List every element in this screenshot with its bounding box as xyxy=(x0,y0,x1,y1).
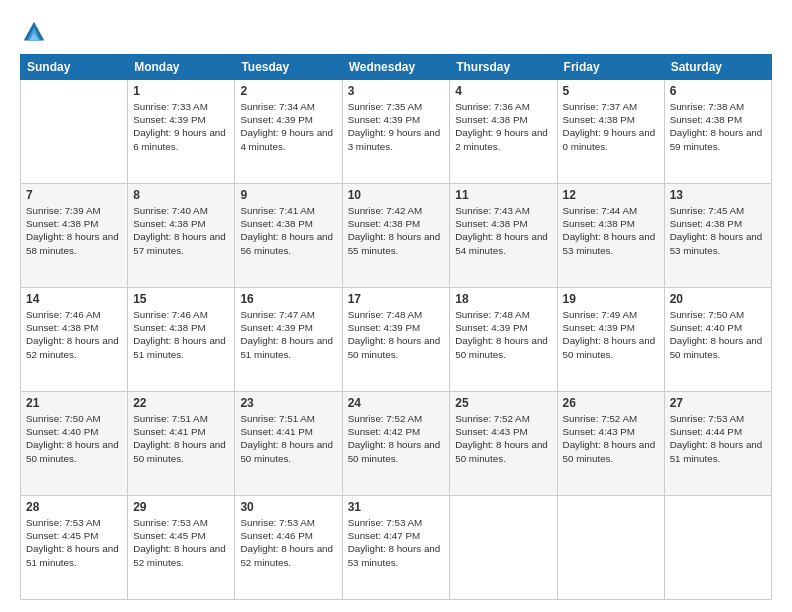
col-wednesday: Wednesday xyxy=(342,55,450,80)
calendar-cell: 17Sunrise: 7:48 AM Sunset: 4:39 PM Dayli… xyxy=(342,288,450,392)
day-number: 12 xyxy=(563,188,659,202)
col-tuesday: Tuesday xyxy=(235,55,342,80)
calendar-cell: 10Sunrise: 7:42 AM Sunset: 4:38 PM Dayli… xyxy=(342,184,450,288)
day-number: 24 xyxy=(348,396,445,410)
day-info: Sunrise: 7:46 AM Sunset: 4:38 PM Dayligh… xyxy=(26,308,122,361)
day-number: 16 xyxy=(240,292,336,306)
day-info: Sunrise: 7:34 AM Sunset: 4:39 PM Dayligh… xyxy=(240,100,336,153)
week-row-1: 7Sunrise: 7:39 AM Sunset: 4:38 PM Daylig… xyxy=(21,184,772,288)
day-info: Sunrise: 7:42 AM Sunset: 4:38 PM Dayligh… xyxy=(348,204,445,257)
day-number: 1 xyxy=(133,84,229,98)
day-info: Sunrise: 7:45 AM Sunset: 4:38 PM Dayligh… xyxy=(670,204,766,257)
calendar-cell: 19Sunrise: 7:49 AM Sunset: 4:39 PM Dayli… xyxy=(557,288,664,392)
day-number: 25 xyxy=(455,396,551,410)
calendar-cell: 31Sunrise: 7:53 AM Sunset: 4:47 PM Dayli… xyxy=(342,496,450,600)
day-number: 13 xyxy=(670,188,766,202)
logo-icon xyxy=(20,18,48,46)
calendar-cell: 14Sunrise: 7:46 AM Sunset: 4:38 PM Dayli… xyxy=(21,288,128,392)
week-row-2: 14Sunrise: 7:46 AM Sunset: 4:38 PM Dayli… xyxy=(21,288,772,392)
day-info: Sunrise: 7:46 AM Sunset: 4:38 PM Dayligh… xyxy=(133,308,229,361)
calendar-cell: 15Sunrise: 7:46 AM Sunset: 4:38 PM Dayli… xyxy=(128,288,235,392)
calendar-cell: 21Sunrise: 7:50 AM Sunset: 4:40 PM Dayli… xyxy=(21,392,128,496)
week-row-3: 21Sunrise: 7:50 AM Sunset: 4:40 PM Dayli… xyxy=(21,392,772,496)
day-info: Sunrise: 7:53 AM Sunset: 4:46 PM Dayligh… xyxy=(240,516,336,569)
day-info: Sunrise: 7:48 AM Sunset: 4:39 PM Dayligh… xyxy=(348,308,445,361)
day-number: 29 xyxy=(133,500,229,514)
calendar-cell: 16Sunrise: 7:47 AM Sunset: 4:39 PM Dayli… xyxy=(235,288,342,392)
day-info: Sunrise: 7:51 AM Sunset: 4:41 PM Dayligh… xyxy=(240,412,336,465)
day-number: 2 xyxy=(240,84,336,98)
calendar-cell: 29Sunrise: 7:53 AM Sunset: 4:45 PM Dayli… xyxy=(128,496,235,600)
day-number: 5 xyxy=(563,84,659,98)
header xyxy=(20,18,772,46)
day-info: Sunrise: 7:53 AM Sunset: 4:45 PM Dayligh… xyxy=(26,516,122,569)
calendar-cell: 7Sunrise: 7:39 AM Sunset: 4:38 PM Daylig… xyxy=(21,184,128,288)
day-number: 31 xyxy=(348,500,445,514)
calendar-cell xyxy=(450,496,557,600)
day-number: 8 xyxy=(133,188,229,202)
calendar-cell: 13Sunrise: 7:45 AM Sunset: 4:38 PM Dayli… xyxy=(664,184,771,288)
col-saturday: Saturday xyxy=(664,55,771,80)
calendar-cell: 12Sunrise: 7:44 AM Sunset: 4:38 PM Dayli… xyxy=(557,184,664,288)
day-number: 6 xyxy=(670,84,766,98)
day-info: Sunrise: 7:50 AM Sunset: 4:40 PM Dayligh… xyxy=(670,308,766,361)
day-number: 11 xyxy=(455,188,551,202)
day-number: 10 xyxy=(348,188,445,202)
day-info: Sunrise: 7:48 AM Sunset: 4:39 PM Dayligh… xyxy=(455,308,551,361)
week-row-0: 1Sunrise: 7:33 AM Sunset: 4:39 PM Daylig… xyxy=(21,80,772,184)
day-info: Sunrise: 7:53 AM Sunset: 4:45 PM Dayligh… xyxy=(133,516,229,569)
day-info: Sunrise: 7:43 AM Sunset: 4:38 PM Dayligh… xyxy=(455,204,551,257)
calendar-cell: 3Sunrise: 7:35 AM Sunset: 4:39 PM Daylig… xyxy=(342,80,450,184)
day-info: Sunrise: 7:52 AM Sunset: 4:42 PM Dayligh… xyxy=(348,412,445,465)
calendar-cell: 2Sunrise: 7:34 AM Sunset: 4:39 PM Daylig… xyxy=(235,80,342,184)
calendar-cell: 11Sunrise: 7:43 AM Sunset: 4:38 PM Dayli… xyxy=(450,184,557,288)
day-number: 18 xyxy=(455,292,551,306)
day-number: 7 xyxy=(26,188,122,202)
calendar-cell: 26Sunrise: 7:52 AM Sunset: 4:43 PM Dayli… xyxy=(557,392,664,496)
page: Sunday Monday Tuesday Wednesday Thursday… xyxy=(0,0,792,612)
day-number: 9 xyxy=(240,188,336,202)
calendar-cell: 20Sunrise: 7:50 AM Sunset: 4:40 PM Dayli… xyxy=(664,288,771,392)
calendar-cell: 18Sunrise: 7:48 AM Sunset: 4:39 PM Dayli… xyxy=(450,288,557,392)
day-info: Sunrise: 7:35 AM Sunset: 4:39 PM Dayligh… xyxy=(348,100,445,153)
day-info: Sunrise: 7:49 AM Sunset: 4:39 PM Dayligh… xyxy=(563,308,659,361)
col-friday: Friday xyxy=(557,55,664,80)
day-info: Sunrise: 7:39 AM Sunset: 4:38 PM Dayligh… xyxy=(26,204,122,257)
day-number: 3 xyxy=(348,84,445,98)
calendar-cell: 28Sunrise: 7:53 AM Sunset: 4:45 PM Dayli… xyxy=(21,496,128,600)
day-number: 15 xyxy=(133,292,229,306)
calendar-cell: 8Sunrise: 7:40 AM Sunset: 4:38 PM Daylig… xyxy=(128,184,235,288)
day-number: 30 xyxy=(240,500,336,514)
day-number: 26 xyxy=(563,396,659,410)
day-number: 17 xyxy=(348,292,445,306)
day-info: Sunrise: 7:53 AM Sunset: 4:47 PM Dayligh… xyxy=(348,516,445,569)
day-info: Sunrise: 7:44 AM Sunset: 4:38 PM Dayligh… xyxy=(563,204,659,257)
day-number: 27 xyxy=(670,396,766,410)
calendar: Sunday Monday Tuesday Wednesday Thursday… xyxy=(20,54,772,600)
calendar-cell: 6Sunrise: 7:38 AM Sunset: 4:38 PM Daylig… xyxy=(664,80,771,184)
day-number: 4 xyxy=(455,84,551,98)
day-number: 28 xyxy=(26,500,122,514)
calendar-cell xyxy=(557,496,664,600)
calendar-cell: 4Sunrise: 7:36 AM Sunset: 4:38 PM Daylig… xyxy=(450,80,557,184)
logo xyxy=(20,18,51,46)
day-info: Sunrise: 7:52 AM Sunset: 4:43 PM Dayligh… xyxy=(563,412,659,465)
day-number: 20 xyxy=(670,292,766,306)
col-sunday: Sunday xyxy=(21,55,128,80)
calendar-cell: 24Sunrise: 7:52 AM Sunset: 4:42 PM Dayli… xyxy=(342,392,450,496)
day-info: Sunrise: 7:36 AM Sunset: 4:38 PM Dayligh… xyxy=(455,100,551,153)
day-number: 22 xyxy=(133,396,229,410)
calendar-cell: 9Sunrise: 7:41 AM Sunset: 4:38 PM Daylig… xyxy=(235,184,342,288)
day-info: Sunrise: 7:47 AM Sunset: 4:39 PM Dayligh… xyxy=(240,308,336,361)
day-info: Sunrise: 7:50 AM Sunset: 4:40 PM Dayligh… xyxy=(26,412,122,465)
day-number: 21 xyxy=(26,396,122,410)
calendar-cell: 22Sunrise: 7:51 AM Sunset: 4:41 PM Dayli… xyxy=(128,392,235,496)
week-row-4: 28Sunrise: 7:53 AM Sunset: 4:45 PM Dayli… xyxy=(21,496,772,600)
calendar-cell: 5Sunrise: 7:37 AM Sunset: 4:38 PM Daylig… xyxy=(557,80,664,184)
day-info: Sunrise: 7:33 AM Sunset: 4:39 PM Dayligh… xyxy=(133,100,229,153)
day-number: 19 xyxy=(563,292,659,306)
day-info: Sunrise: 7:38 AM Sunset: 4:38 PM Dayligh… xyxy=(670,100,766,153)
calendar-cell: 25Sunrise: 7:52 AM Sunset: 4:43 PM Dayli… xyxy=(450,392,557,496)
calendar-cell xyxy=(664,496,771,600)
header-row: Sunday Monday Tuesday Wednesday Thursday… xyxy=(21,55,772,80)
